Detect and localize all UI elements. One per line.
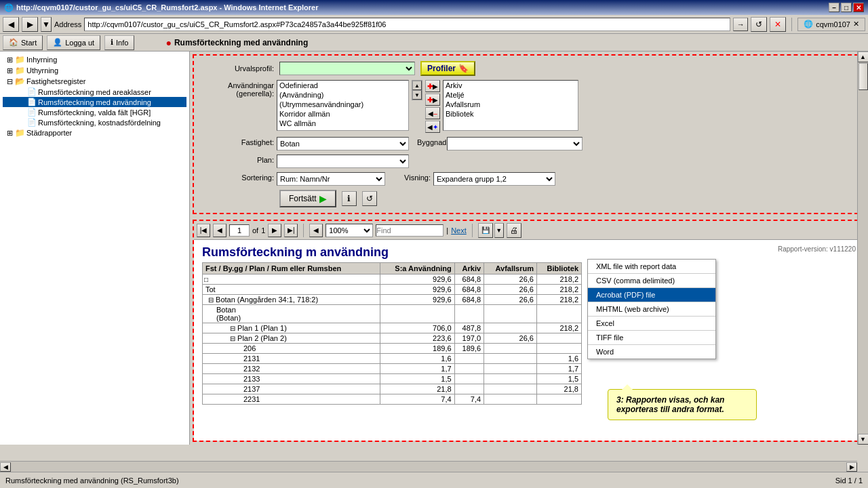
tree-label: Rumsförteckning med areaklasser	[38, 88, 151, 96]
go-button[interactable]: →	[733, 18, 748, 31]
tree-label: Rumsförteckning, kostnadsfördelning	[38, 119, 161, 127]
scroll-left-button[interactable]: ◀	[0, 462, 11, 472]
list-item[interactable]: WC allmän	[277, 119, 408, 128]
tab-close[interactable]: ✕	[853, 20, 859, 28]
list-item[interactable]: Arkiv	[443, 81, 578, 90]
back-report-button[interactable]: ◀	[309, 224, 323, 237]
remove-left-button[interactable]: ◀–	[425, 107, 440, 119]
selected-anvandningar-listbox[interactable]: Arkiv Ateljé Avfallsrum Bibliotek	[443, 80, 578, 131]
minimize-button[interactable]: –	[829, 3, 840, 12]
tree-item-inhyrning[interactable]: ⊞ 📁 Inhyrning	[3, 54, 186, 65]
right-panel: Urvalsprofil: Profiler 🔖 Användningar (g…	[190, 52, 868, 445]
next-page-button[interactable]: ▶	[268, 224, 281, 237]
scroll-down-btn[interactable]: ▼	[412, 90, 422, 100]
tree-toggle-inhyrning[interactable]: ⊞	[4, 56, 15, 64]
tree-item-rumsforteckning-anvandning[interactable]: · 📄 Rumsförteckning med användning	[3, 97, 186, 107]
address-bar: ◀ ▶ ▼ Address → ↺ ✕ 🌐 cqvm0107 ✕	[0, 15, 868, 34]
logout-icon: 👤	[53, 38, 62, 47]
profiler-label: Profiler	[427, 64, 456, 73]
list-item[interactable]: Avfallsrum	[443, 100, 578, 109]
export-pdf[interactable]: Acrobat (PDF) file	[588, 288, 715, 302]
anvandningar-listbox[interactable]: Odefinierad (Användning) (Utrymmesanvänd…	[277, 80, 409, 131]
table-row: 22317,47,4	[203, 394, 582, 405]
tab-icon: 🌐	[804, 20, 813, 28]
list-item[interactable]: (Användning)	[277, 90, 408, 100]
doc-icon: 📄	[27, 98, 37, 106]
next-link[interactable]: Next	[451, 226, 467, 235]
tree-item-rumsforteckning-valda[interactable]: · 📄 Rumsförteckning, valda fält [HGR]	[3, 107, 186, 117]
close-button[interactable]: ✕	[853, 3, 864, 12]
back-button[interactable]: ◀	[3, 17, 19, 32]
logout-button[interactable]: 👤 Logga ut	[47, 35, 100, 50]
list-item[interactable]: Korridor allmän	[277, 109, 408, 119]
print-button[interactable]: 🖨	[507, 223, 521, 238]
reload-button[interactable]: ↺	[362, 191, 377, 206]
find-input[interactable]	[376, 224, 443, 237]
refresh-button[interactable]: ↺	[751, 17, 767, 32]
report-title: Rumsförteckning m användning	[202, 245, 389, 260]
scroll-up-button[interactable]: ▲	[858, 52, 869, 62]
last-page-button[interactable]: ▶|	[284, 224, 298, 237]
zoom-select[interactable]: 100% 75% 50% 150%	[326, 224, 373, 237]
export-button[interactable]: 💾	[478, 223, 493, 238]
title-bar-text: http://cqvm0107/custor_gu_cs/uiC5_CR_Rum…	[16, 3, 319, 12]
col-header-sum: S:a Användning	[380, 263, 454, 274]
report-version: Rapport-version: v111220	[778, 245, 856, 253]
export-tiff[interactable]: TIFF file	[588, 331, 715, 344]
plan-select[interactable]	[277, 155, 409, 168]
tree-item-rumsforteckning-kostnad[interactable]: · 📄 Rumsförteckning, kostnadsfördelning	[3, 117, 186, 127]
tree-item-stadrapporter[interactable]: ⊞ 📁 Städrapporter	[3, 127, 186, 138]
export-xml[interactable]: XML file with report data	[588, 260, 715, 273]
export-excel[interactable]: Excel	[588, 317, 715, 330]
stop-button[interactable]: ✕	[770, 17, 786, 32]
prev-page-button[interactable]: ◀	[213, 224, 226, 237]
status-left: Rumsförteckning med användning (RS_Rumsf…	[5, 476, 179, 485]
arrow-buttons: ✚▶ ✚▶ ◀– ◀✦	[425, 80, 440, 133]
address-input[interactable]	[84, 18, 730, 31]
byggnad-select[interactable]	[447, 137, 583, 150]
profiler-icon: 🔖	[458, 64, 469, 73]
add-all-right-button[interactable]: ✚▶	[425, 94, 440, 106]
tree-label: Uthyrning	[26, 66, 58, 75]
remove-all-left-button[interactable]: ◀✦	[425, 121, 440, 133]
visning-select[interactable]: Expandera grupp 1,2	[433, 172, 555, 186]
export-word[interactable]: Word	[588, 345, 715, 359]
fortsatt-button[interactable]: Fortsätt ▶	[279, 190, 336, 207]
profiler-button[interactable]: Profiler 🔖	[420, 61, 475, 76]
export-dropdown-button[interactable]: ▼	[494, 223, 504, 238]
info-button[interactable]: ℹ Info	[104, 35, 134, 50]
scroll-right-button[interactable]: ▶	[846, 462, 857, 472]
list-item[interactable]: Bokmagasin	[277, 128, 408, 131]
tree-toggle-fastighetsregister[interactable]: ⊟	[4, 77, 15, 86]
list-item[interactable]: (Utrymmesanvändningar)	[277, 100, 408, 109]
page-input[interactable]	[229, 224, 250, 237]
list-item[interactable]: Bibliotek	[443, 109, 578, 119]
dropdown-button[interactable]: ▼	[41, 17, 52, 32]
report-table: Fst / By.gg / Plan / Rum eller Rumsben S…	[202, 262, 582, 405]
list-item[interactable]: Odefinierad	[277, 81, 408, 90]
scroll-up-btn[interactable]: ▲	[412, 81, 422, 90]
forward-button[interactable]: ▶	[22, 17, 38, 32]
maximize-button[interactable]: □	[841, 3, 852, 12]
scroll-down-button[interactable]: ▼	[858, 434, 869, 445]
export-csv[interactable]: CSV (comma delimited)	[588, 274, 715, 287]
urvalsprofil-select[interactable]	[279, 62, 415, 75]
tree-item-uthyrning[interactable]: ⊞ 📁 Uthyrning	[3, 65, 186, 76]
start-button[interactable]: 🏠 Start	[3, 35, 43, 50]
export-mhtml[interactable]: MHTML (web archive)	[588, 302, 715, 316]
tree-item-fastighetsregister[interactable]: ⊟ 📂 Fastighetsregister	[3, 76, 186, 87]
tree-item-rumsforteckning-area[interactable]: · 📄 Rumsförteckning med areaklasser	[3, 87, 186, 97]
sortering-select[interactable]: Rum: Namn/Nr	[277, 172, 385, 186]
doc-icon: 📄	[27, 108, 37, 117]
tooltip-bubble: 3: Rapporten visas, och kan exporteras t…	[608, 389, 757, 420]
tree-toggle-uthyrning[interactable]: ⊞	[4, 66, 15, 75]
tree-label: Rumsförteckning, valda fält [HGR]	[38, 108, 151, 117]
help-button[interactable]: ℹ	[342, 191, 357, 206]
add-right-button[interactable]: ✚▶	[425, 80, 440, 92]
table-row: ⊟ Plan 1 (Plan 1)706,0487,8218,2	[203, 323, 582, 333]
fastighet-select[interactable]: Botan	[277, 137, 409, 150]
list-item[interactable]: Ateljé	[443, 90, 578, 100]
first-page-button[interactable]: |◀	[197, 224, 210, 237]
tree-toggle-stadrapporter[interactable]: ⊞	[4, 129, 15, 138]
plan-label: Plan:	[199, 155, 274, 164]
